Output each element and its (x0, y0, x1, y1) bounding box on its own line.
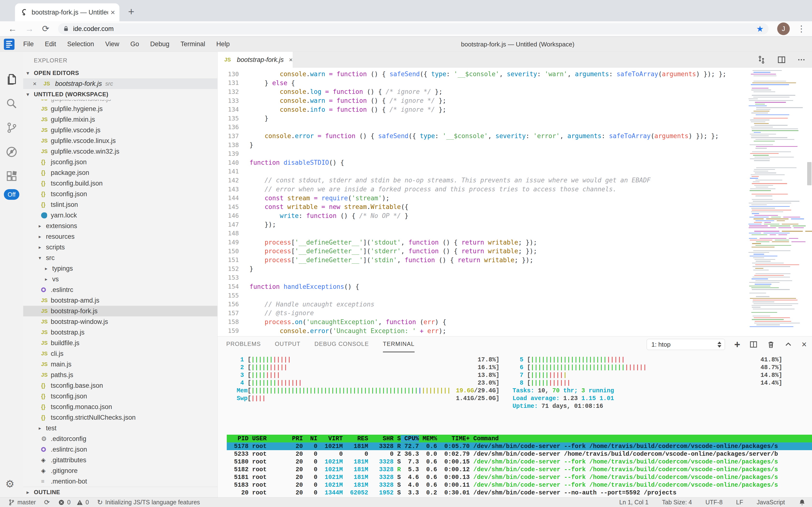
tree-item-tsconfig.build.json[interactable]: {}tsconfig.build.json (23, 178, 217, 189)
tree-item-scripts[interactable]: ▸scripts (23, 242, 217, 252)
tree-item-package.json[interactable]: {}package.json (23, 167, 217, 178)
code-line[interactable]: 157 // @ts-ignore (217, 308, 747, 318)
tree-item-yarn.lock[interactable]: yarn.lock (23, 210, 217, 221)
ide-logo-icon[interactable] (4, 39, 14, 50)
tree-item-bootstrap.js[interactable]: JSbootstrap.js (23, 327, 217, 338)
tree-item-bootstrap-amd.js[interactable]: JSbootstrap-amd.js (23, 295, 217, 306)
code-line[interactable]: 139 (217, 149, 747, 158)
tree-item-typings[interactable]: ▸typings (23, 263, 217, 274)
process-row[interactable]: 5181root2001021M181M3328S4.60.60:00.13/d… (227, 473, 812, 481)
split-terminal-icon[interactable] (749, 340, 758, 349)
panel-tab-problems[interactable]: PROBLEMS (226, 336, 261, 352)
code-line[interactable]: 154function handleExceptions() { (217, 282, 747, 291)
tree-item-cli.js[interactable]: JScli.js (23, 348, 217, 359)
menu-item-terminal[interactable]: Terminal (181, 40, 205, 48)
tree-item-bootstrap-fork.js[interactable]: JSbootstrap-fork.js (23, 306, 217, 317)
language-mode[interactable]: JavaScript (757, 499, 785, 506)
tree-item-src[interactable]: ▾src (23, 252, 217, 263)
cursor-position[interactable]: Ln 1, Col 1 (619, 499, 648, 506)
more-actions-icon[interactable] (797, 55, 806, 64)
tree-item-paths.js[interactable]: JSpaths.js (23, 370, 217, 380)
tree-item-tslint.json[interactable]: {}tslint.json (23, 199, 217, 210)
process-row[interactable]: 5182root2001021M181M3328R5.30.60:00.12/d… (227, 466, 812, 473)
menu-item-file[interactable]: File (23, 40, 34, 48)
tree-item-buildfile.js[interactable]: JSbuildfile.js (23, 338, 217, 348)
code-line[interactable]: 137 console.error = function () { safeSe… (217, 131, 747, 140)
browser-menu-icon[interactable]: ⋮ (797, 24, 806, 34)
open-editor-item[interactable]: × JS bootstrap-fork.js src (23, 78, 217, 89)
process-row[interactable]: 20root2001344M620521952S3.30.20:30.01/de… (227, 489, 812, 497)
tree-item-.eslintrc.json[interactable]: .eslintrc.json (23, 444, 217, 455)
tree-item-gulpfile.mixin.js[interactable]: JSgulpfile.mixin.js (23, 114, 217, 125)
editor-tab[interactable]: JS bootstrap-fork.js × (217, 52, 293, 68)
editor-scrollbar[interactable] (807, 162, 812, 185)
menu-item-debug[interactable]: Debug (150, 40, 170, 48)
code-line[interactable]: 138} (217, 140, 747, 150)
process-row[interactable]: 5233root200000Z36.30.00:02.79/dev/shm/bi… (227, 450, 812, 458)
tree-item-tsconfig.json[interactable]: {}tsconfig.json (23, 189, 217, 199)
code-line[interactable]: 136 (217, 123, 747, 132)
code-line[interactable]: 150 process['__defineGetter__']('stderr'… (217, 247, 747, 256)
settings-gear-icon[interactable]: ⚙ (5, 478, 14, 490)
bookmark-star-icon[interactable]: ★ (756, 24, 764, 34)
tree-item-main.js[interactable]: JSmain.js (23, 359, 217, 370)
code-line[interactable]: 143 // error when we are inside a forked… (217, 185, 747, 194)
code-line[interactable]: 149 process['__defineGetter__']('stdout'… (217, 238, 747, 247)
minimap[interactable] (747, 70, 807, 334)
avatar[interactable]: J (777, 22, 790, 35)
code-line[interactable]: 134 console.info = function () { /* igno… (217, 105, 747, 114)
tree-item-gulpfile.vscode.win32.js[interactable]: JSgulpfile.vscode.win32.js (23, 146, 217, 157)
source-control-icon[interactable] (6, 122, 17, 133)
code-line[interactable]: 152} (217, 264, 747, 273)
menu-item-edit[interactable]: Edit (45, 40, 56, 48)
process-row[interactable]: 5180root2001021M181M3328S7.30.60:00.15/d… (227, 458, 812, 466)
tree-item-.eslintrc[interactable]: .eslintrc (23, 284, 217, 295)
panel-tab-output[interactable]: OUTPUT (275, 336, 301, 352)
extensions-icon[interactable] (6, 170, 17, 182)
tree-item-bootstrap-window.js[interactable]: JSbootstrap-window.js (23, 317, 217, 327)
outline-header[interactable]: ▸ OUTLINE (23, 487, 217, 497)
code-line[interactable]: 132 console.log = function () { /* ignor… (217, 87, 747, 96)
maximize-panel-chevron-icon[interactable] (784, 340, 793, 349)
terminal-select[interactable]: 1: htop (647, 339, 725, 350)
reload-button[interactable]: ⟳ (42, 24, 49, 34)
menu-item-selection[interactable]: Selection (67, 40, 94, 48)
explorer-icon[interactable] (6, 73, 17, 85)
code-line[interactable]: 140function disableSTDIO() { (217, 158, 747, 167)
tree-item-gulpfile.hygiene.js[interactable]: JSgulpfile.hygiene.js (23, 104, 217, 114)
kill-terminal-trash-icon[interactable] (767, 340, 775, 349)
close-editor-icon[interactable]: × (33, 80, 44, 88)
tree-item-tsconfig.monaco.json[interactable]: {}tsconfig.monaco.json (23, 401, 217, 412)
process-row[interactable]: 5178root2001021M181M3328R72.70.60:05.70/… (227, 442, 812, 450)
code-line[interactable]: 158 process.on('uncaughtException', func… (217, 318, 747, 327)
problems-status[interactable]: 0 0 (58, 499, 89, 506)
tree-item-test[interactable]: ▸test (23, 423, 217, 434)
panel-tab-debug-console[interactable]: DEBUG CONSOLE (314, 336, 369, 352)
open-editors-header[interactable]: ▾ OPEN EDITORS (23, 68, 217, 78)
code-line[interactable]: 159 console.error('Uncaught Exception: '… (217, 326, 747, 335)
tree-item-.gitattributes[interactable]: ◈.gitattributes (23, 455, 217, 465)
code-line[interactable]: 145 const writable = new stream.Writable… (217, 203, 747, 211)
tree-item-vs[interactable]: ▸vs (23, 274, 217, 284)
close-panel-icon[interactable]: × (802, 339, 807, 349)
sync-button[interactable]: ⟳ (44, 498, 50, 506)
menu-item-help[interactable]: Help (216, 40, 230, 48)
browser-tab-close-button[interactable]: × (111, 8, 115, 17)
off-badge[interactable]: Off (4, 189, 19, 200)
code-line[interactable]: 142 // const stdout, stderr and stdin be… (217, 176, 747, 185)
tree-item-gulpfile.vscode.linux.js[interactable]: JSgulpfile.vscode.linux.js (23, 135, 217, 146)
panel-tab-terminal[interactable]: TERMINAL (383, 336, 415, 352)
tree-item-jsconfig.json[interactable]: {}jsconfig.json (23, 157, 217, 167)
code-line[interactable]: 148 (217, 229, 747, 238)
tree-item-tsconfig.base.json[interactable]: {}tsconfig.base.json (23, 380, 217, 391)
search-icon[interactable] (6, 98, 17, 109)
new-tab-button[interactable]: + (128, 6, 134, 17)
encoding[interactable]: UTF-8 (705, 499, 723, 506)
code-line[interactable]: 133 console.warn = function () { /* igno… (217, 96, 747, 105)
code-line[interactable]: 155 (217, 291, 747, 300)
git-branch-status[interactable]: master (8, 499, 36, 506)
tree-item-tsconfig.strictNullChecks.json[interactable]: {}tsconfig.strictNullChecks.json (23, 412, 217, 423)
workspace-header[interactable]: ▾ UNTITLED (WORKSPACE) (23, 89, 217, 100)
menu-item-go[interactable]: Go (130, 40, 139, 48)
code-line[interactable]: 144 const stream = require('stream'); (217, 193, 747, 203)
